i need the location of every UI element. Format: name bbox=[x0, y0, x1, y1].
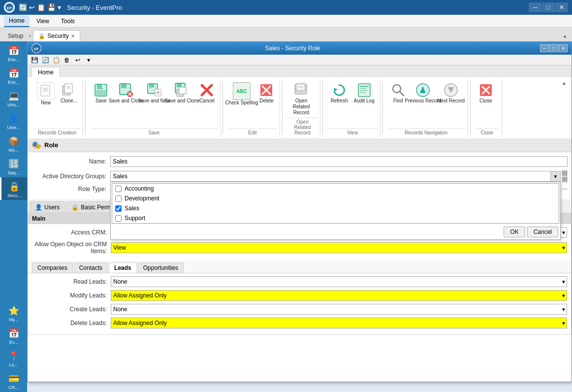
sidebar-item-seq[interactable]: 🔢 Seq... bbox=[0, 155, 27, 177]
refresh-button[interactable]: Refresh bbox=[328, 80, 350, 106]
subtab-opportunities[interactable]: Opportunities bbox=[138, 262, 184, 273]
ribbon-group-open-related-buttons: Open Related Record bbox=[287, 80, 317, 118]
clone-button[interactable]: Clone... bbox=[58, 80, 80, 106]
inner-logo: EP bbox=[32, 43, 41, 53]
option-accounting-checkbox[interactable] bbox=[115, 186, 122, 192]
sidebar-item-user[interactable]: 👤 User... bbox=[0, 109, 27, 132]
ribbon-group-save-buttons: Save Save and Close bbox=[91, 80, 217, 129]
sidebar-item-cr[interactable]: 💳 CR... bbox=[0, 369, 27, 392]
inner-close-button[interactable]: ✕ bbox=[559, 44, 568, 52]
active-directory-field[interactable]: ▼ bbox=[110, 171, 561, 182]
save-close-icon bbox=[118, 82, 134, 98]
quick-save-icon[interactable]: 🔄 bbox=[19, 3, 27, 11]
allow-open-select[interactable]: None View Edit bbox=[111, 242, 567, 253]
delete-button[interactable]: Delete bbox=[256, 80, 277, 106]
qt-refresh-btn[interactable]: 🔄 bbox=[40, 56, 50, 65]
cancel-button[interactable]: Cancel bbox=[196, 80, 217, 106]
check-spelling-button[interactable]: ABC Check Spelling bbox=[228, 80, 255, 108]
next-record-button[interactable]: Next Record bbox=[438, 80, 465, 106]
name-input[interactable] bbox=[110, 156, 568, 167]
cancel-icon bbox=[199, 82, 215, 98]
open-related-icon bbox=[293, 82, 309, 98]
tab-expand[interactable]: ▾ bbox=[562, 32, 568, 41]
quick-arrow[interactable]: ▾ bbox=[58, 3, 61, 11]
svg-rect-41 bbox=[297, 84, 305, 90]
save-new-button[interactable]: Save and New bbox=[140, 80, 167, 106]
subtab-contacts[interactable]: Contacts bbox=[74, 262, 108, 273]
inner-maximize-button[interactable]: □ bbox=[549, 44, 558, 52]
option-accounting[interactable]: Accounting bbox=[112, 184, 559, 194]
role-type-scrollbar[interactable] bbox=[562, 189, 568, 190]
virt-label: Virtu... bbox=[7, 102, 20, 107]
option-sales[interactable]: Sales bbox=[112, 203, 559, 213]
record-header: 🎭 Role bbox=[28, 138, 572, 152]
option-sales-checkbox[interactable] bbox=[115, 205, 122, 212]
quick-undo-icon[interactable]: ↩ bbox=[29, 3, 35, 11]
ribbon-collapse-btn[interactable]: ▲ bbox=[562, 80, 567, 86]
qt-icon4-btn[interactable]: 🗑 bbox=[62, 56, 72, 65]
modify-leads-select[interactable]: None Allow Assigned Only Allow All bbox=[111, 290, 567, 301]
quick-icon3[interactable]: 📋 bbox=[37, 3, 45, 11]
security-tab-close[interactable]: ✕ bbox=[71, 33, 75, 39]
new-button[interactable]: New bbox=[34, 80, 57, 108]
ribbon-group-navigation: Find Previous Record bbox=[385, 79, 468, 136]
tab-users[interactable]: 👤 Users bbox=[30, 201, 65, 213]
qt-save-btn[interactable]: 💾 bbox=[30, 56, 39, 65]
read-leads-select[interactable]: None Allow Assigned Only Allow All bbox=[111, 276, 567, 287]
maximize-button[interactable]: □ bbox=[542, 2, 555, 12]
menu-tools[interactable]: Tools bbox=[56, 16, 80, 27]
save-clone-button[interactable]: Save and Clone bbox=[168, 80, 195, 106]
save-close-button[interactable]: Save and Close bbox=[112, 80, 139, 106]
view-group-label: View bbox=[328, 129, 377, 135]
option-support[interactable]: Support bbox=[112, 213, 559, 223]
close-label: Close bbox=[479, 98, 492, 104]
app-sidebar: 📅 Eve... 📅 Eve... 💻 Virtu... 👤 User... 📦… bbox=[0, 41, 27, 392]
create-leads-select[interactable]: None Allow Assigned Only Allow All bbox=[111, 304, 567, 315]
option-support-label: Support bbox=[125, 215, 145, 222]
sidebar-item-eve1[interactable]: 📅 Eve... bbox=[0, 41, 27, 64]
dropdown-scrollbar[interactable] bbox=[562, 170, 568, 183]
open-related-button[interactable]: Open Related Record bbox=[287, 80, 315, 118]
sidebar-item-secu[interactable]: 🔒 Secu... bbox=[0, 177, 27, 200]
delete-leads-select[interactable]: None Allow Assigned Only Allow All bbox=[111, 318, 567, 328]
modify-leads-select-wrapper: None Allow Assigned Only Allow All ▼ bbox=[111, 290, 567, 301]
sidebar-item-mod[interactable]: 📦 Mo... bbox=[0, 132, 27, 155]
menu-view[interactable]: View bbox=[32, 16, 54, 27]
sidebar-item-eve2[interactable]: 📅 Eve... bbox=[0, 64, 27, 87]
subtab-leads[interactable]: Leads bbox=[109, 262, 137, 273]
app-title: Security - EventPro bbox=[63, 0, 529, 15]
popup-ok-button[interactable]: OK bbox=[504, 227, 525, 237]
option-development[interactable]: Development bbox=[112, 194, 559, 203]
option-support-checkbox[interactable] bbox=[115, 215, 122, 222]
active-directory-dropdown-wrapper: ▼ Accounting bbox=[110, 171, 561, 182]
active-directory-input[interactable] bbox=[111, 173, 550, 180]
sidebar-item-loc[interactable]: 📍 Lo... bbox=[0, 347, 27, 369]
subtab-companies[interactable]: Companies bbox=[32, 262, 73, 273]
role-type-label: Role Type: bbox=[32, 186, 110, 193]
menu-home[interactable]: Home bbox=[4, 15, 30, 27]
sidebar-item-virt[interactable]: 💻 Virtu... bbox=[0, 87, 27, 109]
qt-dropdown-btn[interactable]: ▾ bbox=[84, 56, 94, 65]
close-button[interactable]: Close bbox=[476, 80, 496, 106]
clone-icon bbox=[61, 82, 77, 98]
app-close-button[interactable]: ✕ bbox=[555, 2, 568, 12]
option-development-checkbox[interactable] bbox=[115, 196, 122, 202]
ribbon-group-nav-buttons: Find Previous Record bbox=[388, 80, 465, 129]
security-tab[interactable]: 🔒 Security ✕ bbox=[33, 30, 80, 41]
ribbon-tab-home[interactable]: Home bbox=[32, 67, 60, 77]
qt-undo-btn[interactable]: ↩ bbox=[73, 56, 83, 65]
sidebar-item-my[interactable]: ⭐ My... bbox=[0, 301, 27, 324]
eve2-label: Eve... bbox=[8, 80, 19, 85]
qt-icon3-btn[interactable]: 📋 bbox=[51, 56, 61, 65]
quick-icon4[interactable]: 💾 bbox=[47, 3, 56, 11]
inner-minimize-button[interactable]: ─ bbox=[540, 44, 549, 52]
audit-log-button[interactable]: Audit Log bbox=[351, 80, 377, 106]
prev-record-button[interactable]: Previous Record bbox=[410, 80, 437, 106]
minimize-button[interactable]: ─ bbox=[529, 2, 541, 12]
active-directory-dropdown-btn[interactable]: ▼ bbox=[550, 171, 560, 181]
tab-nav-left[interactable]: ‹ bbox=[27, 31, 33, 41]
popup-cancel-button[interactable]: Cancel bbox=[527, 227, 558, 237]
access-crm-label: Access CRM: bbox=[32, 229, 111, 236]
sidebar-item-ev-bottom[interactable]: 📅 Ev... bbox=[0, 324, 27, 347]
seq-icon: 🔢 bbox=[8, 159, 19, 169]
